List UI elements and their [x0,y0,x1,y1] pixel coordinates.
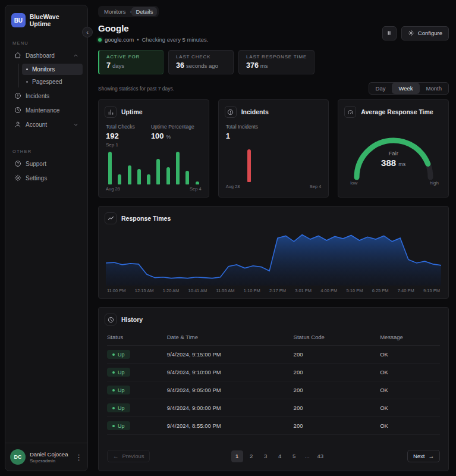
sidebar-item-account[interactable]: Account [10,118,83,131]
bar-chart-icon [105,106,117,118]
uptime-card: Uptime Total Checks 192 Sep 1 Uptime Per… [98,99,209,198]
gauge-rating: Fair [338,150,448,156]
sidebar-item-support[interactable]: Support [10,157,83,170]
range-option-week[interactable]: Week [392,83,419,94]
sidebar-collapse-button[interactable]: ‹ [82,27,93,37]
stat-last-check: LAST CHECK 36seconds ago [168,50,234,74]
incidents-bar-chart [228,148,319,182]
monitor-url: google.com [105,36,134,43]
gear-icon [14,174,21,181]
stat-value: 7days [106,61,156,70]
sidebar-item-monitors[interactable]: Monitors [22,64,83,75]
page-button[interactable]: 2 [246,450,257,462]
help-circle-icon [14,160,21,167]
bullet-icon [26,81,28,83]
hovered-date-label: Sep 1 [106,142,135,148]
response-times-chart: 11:00 PM12:15 AM1:20 AM10:41 AM11:55 AM1… [106,229,441,298]
user-info: Daniel Cojocea Superadmin [30,451,68,464]
clock-icon [14,107,21,114]
up-dot-icon [112,389,115,392]
range-option-month[interactable]: Month [420,83,448,94]
sidebar-item-incidents[interactable]: Incidents [10,89,83,102]
gauge-high-label: high [430,180,439,186]
sidebar-item-label: Dashboard [26,52,55,59]
gauge-center-text: Fair 388 ms [338,150,448,168]
sidebar-item-settings[interactable]: Settings [10,171,83,184]
status-dot-icon [98,38,102,42]
chart-bar[interactable] [118,174,121,184]
chart-bar[interactable] [166,167,170,184]
page-ellipsis: ... [303,453,312,459]
chevron-left-icon: ‹ [86,29,89,36]
table-row: Up 9/4/2024, 9:05:00 PM 200 OK [107,381,440,399]
page-numbers: 1 2 3 4 5 ... 43 [231,450,326,462]
x-axis-label: 11:00 PM [107,288,126,293]
chart-bar[interactable] [108,152,112,184]
page-button[interactable]: 5 [288,450,300,462]
table-header-row: Status Date & Time Status Code Message [107,329,440,346]
page-button[interactable]: 3 [260,450,272,462]
user-menu: DC Daniel Cojocea Superadmin ⋮ [5,443,87,471]
stat-value: 36seconds ago [176,61,226,70]
sidebar-item-dashboard[interactable]: Dashboard [10,49,83,62]
trend-line-icon [105,212,117,224]
column-status: Status [107,329,167,346]
page-button[interactable]: 1 [231,450,243,462]
sidebar-item-label: Incidents [26,93,49,99]
stat-last-response-time: LAST RESPONSE TIME 376ms [238,50,315,74]
table-row: Up 9/4/2024, 9:00:00 PM 200 OK [107,399,440,417]
sidebar-item-pagespeed[interactable]: Pagespeed [22,76,83,87]
sidebar-item-label: Maintenance [26,107,59,114]
table-row: Up 9/4/2024, 9:10:00 PM 200 OK [107,364,440,381]
card-title: Response Times [121,215,171,222]
chart-bar[interactable] [128,165,131,184]
up-dot-icon [112,425,115,427]
chart-bar[interactable] [147,174,150,184]
chevron-up-icon [73,53,78,58]
chart-bar[interactable] [185,171,189,184]
range-option-day[interactable]: Day [369,83,392,94]
chart-bar[interactable] [156,159,160,185]
previous-page-button[interactable]: ← Previous [107,450,150,462]
status-badge: Up [107,386,130,394]
x-axis-label: Aug 28 [226,184,240,189]
page-button[interactable]: 4 [274,450,286,462]
average-response-time-card: Average Response Time Fair 388 ms low hi… [338,99,449,198]
user-icon [14,121,21,128]
stats-row: ACTIVE FOR 7days LAST CHECK 36seconds ag… [98,50,449,74]
chart-bar[interactable] [247,149,251,182]
filter-row: Showing statistics for past 7 days. Day … [98,82,449,95]
alert-circle-icon [14,92,21,99]
history-card: History Status Date & Time Status Code M… [98,307,449,471]
breadcrumb: Monitors › Details [98,6,159,17]
user-menu-button[interactable]: ⋮ [75,453,83,462]
chart-bar[interactable] [196,181,199,184]
page-button[interactable]: 43 [315,450,326,462]
pause-button[interactable] [382,26,397,40]
user-name: Daniel Cojocea [30,451,68,458]
check-interval-note: Checking every 5 minutes. [141,36,208,43]
sidebar: ‹ BU BlueWave Uptime MENU Dashboard Moni… [5,5,88,471]
breadcrumb-monitors[interactable]: Monitors [100,7,130,16]
x-axis-label: 4:00 PM [320,288,337,293]
app-logo: BU [11,13,26,27]
table-row: Up 9/4/2024, 9:15:00 PM 200 OK [107,346,440,364]
chart-bar[interactable] [176,152,180,184]
pagination: ← Previous 1 2 3 4 5 ... 43 Next → [99,441,448,471]
column-message: Message [380,329,440,346]
breadcrumb-details[interactable]: Details [131,7,157,16]
arrow-right-icon: → [428,453,434,459]
configure-button[interactable]: Configure [401,26,449,40]
x-axis-label: Sep 4 [190,186,202,192]
sidebar-item-maintenance[interactable]: Maintenance [10,104,83,117]
header-actions: Configure [382,26,449,40]
next-page-button[interactable]: Next → [407,450,440,462]
sidebar-item-label: Support [26,161,46,167]
incidents-metrics: Total Incidents 1 [219,118,329,145]
bullet-icon [26,68,28,70]
page-title: Google [98,23,208,33]
metric-total-checks: Total Checks 192 Sep 1 [106,124,135,148]
chart-bar[interactable] [137,169,141,184]
uptime-metrics: Total Checks 192 Sep 1 Uptime Percentage… [99,118,209,148]
up-dot-icon [112,353,115,356]
